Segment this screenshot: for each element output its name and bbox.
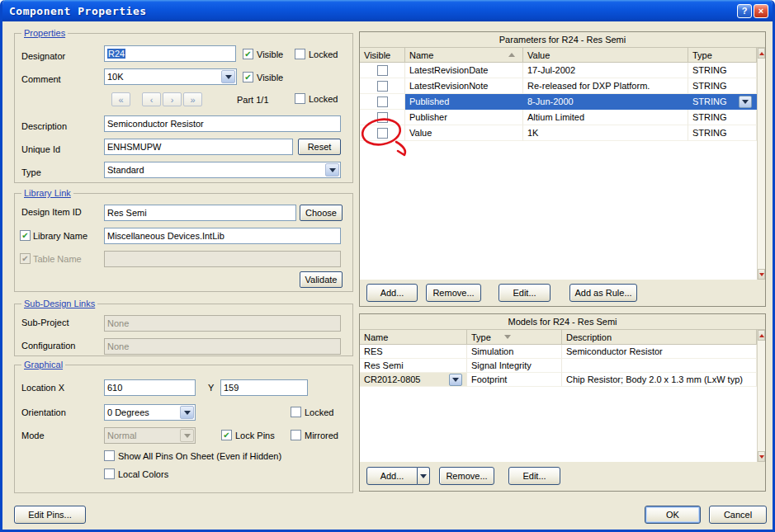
- remove-parameter-button[interactable]: Remove...: [426, 284, 481, 302]
- edit-pins-button[interactable]: Edit Pins...: [14, 506, 86, 524]
- add-parameter-button[interactable]: Add...: [366, 284, 418, 302]
- column-header-type[interactable]: Type: [688, 48, 757, 62]
- add-model-button[interactable]: Add...: [366, 467, 418, 485]
- column-header-value[interactable]: Value: [523, 48, 688, 62]
- table-row[interactable]: Value 1K STRING: [360, 125, 757, 141]
- local-colors-label[interactable]: Local Colors: [118, 469, 168, 480]
- table-row[interactable]: LatestRevisionDate 17-Jul-2002 STRING: [360, 63, 757, 78]
- prev-part-icon: ‹: [150, 95, 154, 105]
- row-visible-checkbox[interactable]: [377, 65, 388, 76]
- library-name-checkbox[interactable]: [20, 230, 31, 241]
- part-next-button[interactable]: ›: [163, 92, 182, 106]
- library-link-group: Library Link Design Item ID Choose Libra…: [14, 193, 353, 292]
- vertical-scrollbar[interactable]: [757, 330, 765, 462]
- cell-visible: [360, 125, 405, 141]
- part-count-label: Part 1/1: [237, 95, 269, 106]
- table-row[interactable]: Publisher Altium Limited STRING: [360, 110, 757, 125]
- type-combo[interactable]: Standard: [104, 162, 341, 178]
- comment-visible-label[interactable]: Visible: [257, 73, 283, 83]
- graphical-locked-label[interactable]: Locked: [305, 407, 333, 418]
- description-input[interactable]: [104, 115, 341, 132]
- cancel-button[interactable]: Cancel: [709, 506, 767, 524]
- orientation-combo[interactable]: 0 Degrees: [104, 404, 196, 421]
- designator-visible-checkbox[interactable]: [243, 49, 253, 59]
- comment-combo[interactable]: 10K: [104, 68, 237, 85]
- library-name-label[interactable]: Library Name: [33, 231, 87, 242]
- mode-combo: Normal: [104, 427, 196, 444]
- scroll-up-button[interactable]: [758, 330, 765, 341]
- chevron-down-icon[interactable]: [739, 96, 752, 108]
- table-name-checkbox: [20, 253, 31, 264]
- graphical-locked-checkbox[interactable]: [291, 407, 301, 417]
- title-bar[interactable]: Component Properties ? ×: [2, 0, 773, 21]
- cell-value: 8-Jun-2000: [523, 94, 688, 110]
- lock-pins-label[interactable]: Lock Pins: [235, 431, 275, 441]
- designator-input[interactable]: R24: [104, 45, 236, 62]
- edit-model-button[interactable]: Edit...: [508, 467, 560, 485]
- validate-button[interactable]: Validate: [300, 271, 343, 288]
- column-header-name[interactable]: Name: [405, 48, 523, 62]
- location-x-label: Location X: [21, 383, 64, 393]
- location-x-input[interactable]: [104, 379, 196, 396]
- choose-button[interactable]: Choose: [300, 205, 343, 221]
- reset-button[interactable]: Reset: [298, 139, 341, 155]
- add-model-dropdown-button[interactable]: [418, 467, 430, 485]
- cell-visible: [360, 110, 405, 125]
- scroll-down-button[interactable]: [758, 451, 765, 462]
- part-locked-checkbox[interactable]: [295, 93, 305, 104]
- mirrored-checkbox[interactable]: [291, 430, 301, 440]
- value-visible-checkbox[interactable]: [377, 128, 388, 139]
- designator-locked-checkbox[interactable]: [295, 49, 305, 59]
- cell-type: STRING: [688, 110, 757, 125]
- cell-value: Altium Limited: [523, 110, 688, 125]
- row-visible-checkbox[interactable]: [377, 112, 388, 123]
- scroll-up-button[interactable]: [758, 48, 765, 59]
- comment-visible-checkbox[interactable]: [243, 72, 253, 82]
- cell-model-type: Footprint: [467, 373, 562, 387]
- column-header-type[interactable]: Type: [467, 330, 562, 344]
- graphical-section-title: Graphical: [21, 360, 65, 370]
- designator-visible-label[interactable]: Visible: [257, 49, 283, 60]
- show-all-pins-label[interactable]: Show All Pins On Sheet (Even if Hidden): [118, 451, 281, 462]
- table-row[interactable]: CR2012-0805 Footprint Chip Resistor; Bod…: [360, 373, 757, 387]
- row-visible-checkbox[interactable]: [377, 81, 388, 92]
- add-as-rule-button[interactable]: Add as Rule...: [569, 284, 637, 302]
- row-visible-checkbox[interactable]: [377, 97, 388, 107]
- close-button[interactable]: ×: [754, 4, 768, 18]
- help-button[interactable]: ?: [737, 4, 752, 18]
- mirrored-label[interactable]: Mirrored: [305, 431, 338, 441]
- table-row[interactable]: LatestRevisionNote Re-released for DXP P…: [360, 78, 757, 94]
- design-item-id-input[interactable]: [104, 205, 296, 221]
- column-header-description[interactable]: Description: [562, 330, 757, 344]
- table-row[interactable]: RES Simulation Semiconductor Resistor: [360, 345, 757, 359]
- remove-model-button[interactable]: Remove...: [439, 467, 494, 485]
- location-y-input[interactable]: [220, 379, 308, 396]
- local-colors-checkbox[interactable]: [104, 468, 115, 479]
- chevron-down-icon[interactable]: [221, 70, 235, 83]
- column-header-visible[interactable]: Visible: [360, 48, 405, 62]
- show-all-pins-checkbox[interactable]: [104, 450, 115, 461]
- table-row[interactable]: Published 8-Jun-2000 STRING: [360, 94, 757, 110]
- part-last-button[interactable]: »: [183, 92, 202, 106]
- design-item-id-label: Design Item ID: [21, 207, 82, 218]
- parameters-rows: LatestRevisionDate 17-Jul-2002 STRING La…: [360, 63, 757, 280]
- chevron-down-icon[interactable]: [325, 163, 339, 177]
- scroll-down-button[interactable]: [758, 269, 765, 280]
- part-locked-label[interactable]: Locked: [309, 94, 338, 105]
- ok-button[interactable]: OK: [645, 506, 701, 524]
- unique-id-input[interactable]: [104, 139, 293, 155]
- mode-label: Mode: [21, 431, 45, 441]
- cell-model-name[interactable]: CR2012-0805: [360, 373, 467, 387]
- column-header-name[interactable]: Name: [360, 330, 467, 344]
- vertical-scrollbar[interactable]: [757, 48, 765, 280]
- part-first-button[interactable]: «: [111, 92, 130, 106]
- chevron-down-icon[interactable]: [449, 374, 462, 386]
- chevron-down-icon[interactable]: [180, 406, 194, 419]
- edit-parameter-button[interactable]: Edit...: [499, 284, 551, 302]
- part-prev-button[interactable]: ‹: [142, 92, 161, 106]
- table-row[interactable]: Res Semi Signal Integrity: [360, 359, 757, 373]
- cell-value: 17-Jul-2002: [523, 63, 688, 78]
- library-name-input[interactable]: [104, 228, 341, 244]
- designator-locked-label[interactable]: Locked: [309, 49, 338, 60]
- lock-pins-checkbox[interactable]: [221, 430, 232, 440]
